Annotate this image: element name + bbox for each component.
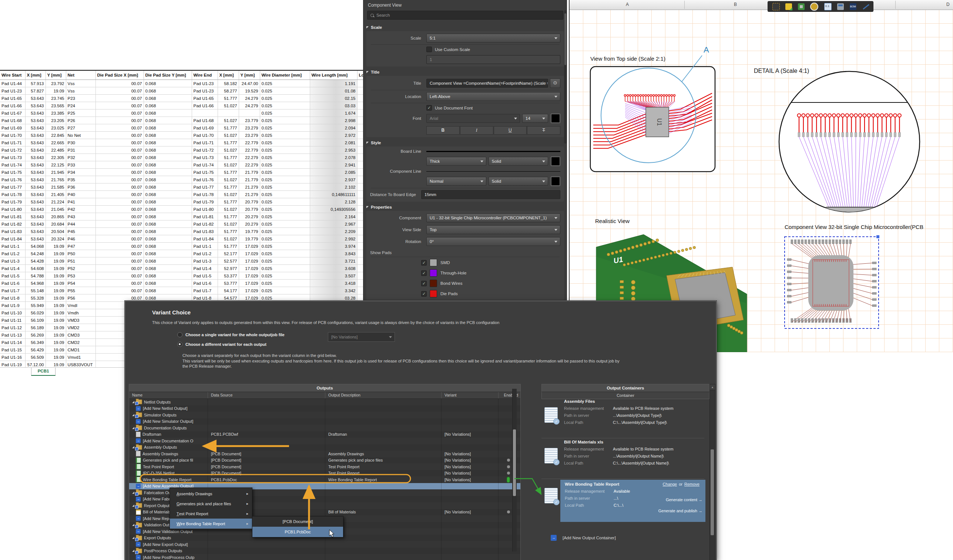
cell[interactable]: 20.279 <box>239 213 260 220</box>
cell[interactable]: 2.972 <box>310 131 357 139</box>
cell[interactable]: Pad U1-70 <box>0 131 25 139</box>
cell[interactable]: 21.045 <box>45 206 66 213</box>
cell[interactable]: P23 <box>66 95 95 102</box>
cell[interactable]: 0.068 <box>144 131 192 139</box>
cell[interactable]: 0.025 <box>260 206 310 213</box>
cell[interactable]: 54.608 <box>25 265 45 272</box>
title-input[interactable]: Component View =ComponentName(=Footprint… <box>426 79 548 88</box>
cell[interactable]: 00.07 <box>95 184 144 191</box>
cell[interactable]: Vss <box>66 80 95 87</box>
cell[interactable]: 0.025 <box>260 110 310 117</box>
cell[interactable]: 22.305 <box>45 154 66 161</box>
cell[interactable]: 53.643 <box>25 198 45 206</box>
table-header[interactable]: Wire Length [mm] <box>310 70 357 80</box>
submenu-item-pcb1-pcbdoc[interactable]: PCB1.PcbDoc <box>252 527 343 537</box>
cell[interactable]: 00.07 <box>95 272 144 280</box>
cell[interactable]: Pad U1-3 <box>192 257 217 265</box>
radio-single-variant[interactable]: Choose a single variant for the whole ou… <box>177 332 285 337</box>
cell[interactable]: 00.07 <box>95 228 144 235</box>
cell[interactable]: 51.027 <box>217 147 239 154</box>
pad-checkbox[interactable] <box>421 291 427 297</box>
cell[interactable]: 00.07 <box>95 117 144 124</box>
location-dropdown[interactable]: Left-Above <box>426 92 560 101</box>
cell[interactable]: 00.07 <box>95 235 144 243</box>
cell[interactable]: 19.09 <box>45 346 66 354</box>
cell[interactable]: Pad U1-65 <box>192 95 217 102</box>
cell[interactable]: 22.125 <box>45 161 66 169</box>
cell[interactable]: 51.777 <box>217 95 239 102</box>
table-header[interactable]: Wire Start <box>0 70 25 80</box>
col-name[interactable]: Name <box>129 392 208 398</box>
cell[interactable]: Pad U1-79 <box>0 198 25 206</box>
cell[interactable]: 21.224 <box>45 198 66 206</box>
cell[interactable]: 53.643 <box>25 95 45 102</box>
cell[interactable]: 56.029 <box>25 309 45 317</box>
cell[interactable]: Pad U1-70 <box>192 131 217 139</box>
cell[interactable]: 19.09 <box>45 265 66 272</box>
containers-scrollbar[interactable]: ▲ <box>709 384 716 560</box>
scale-dropdown[interactable]: 5:1 <box>426 34 560 43</box>
cell[interactable]: 2.078 <box>310 154 357 161</box>
menu-item-test-point-report[interactable]: Test Point Report▸ <box>170 509 252 518</box>
cell[interactable]: 0.025 <box>260 287 310 294</box>
cell[interactable]: 19.09 <box>45 317 66 324</box>
cell[interactable]: 00.07 <box>95 220 144 228</box>
cell[interactable]: 2.967 <box>310 220 357 228</box>
cell[interactable]: 3.507 <box>310 272 357 280</box>
cell[interactable]: 2.998 <box>310 117 357 124</box>
cell[interactable]: 22.485 <box>45 147 66 154</box>
cell[interactable]: 51.777 <box>217 213 239 220</box>
cell[interactable]: 1.674 <box>310 110 357 117</box>
cell[interactable]: 53.643 <box>25 154 45 161</box>
cell[interactable]: 58.277 <box>217 87 239 95</box>
cell[interactable]: 2.992 <box>310 235 357 243</box>
cell[interactable]: 53.643 <box>25 176 45 184</box>
cell[interactable]: 51.777 <box>217 228 239 235</box>
cell[interactable]: Pad U1-73 <box>0 154 25 161</box>
cell[interactable]: 02.15 <box>310 95 357 102</box>
cell[interactable]: 24.279 <box>239 95 260 102</box>
cell[interactable]: 0.025 <box>260 124 310 131</box>
table-header[interactable]: Wire Diameter [mm] <box>260 70 310 80</box>
cell[interactable]: 58.182 <box>217 80 239 87</box>
cell[interactable]: 19.09 <box>45 243 66 250</box>
cell[interactable]: 19.09 <box>45 257 66 265</box>
cell[interactable]: 0.025 <box>260 131 310 139</box>
cell[interactable]: 0.025 <box>260 169 310 176</box>
realistic-view-label[interactable]: Realistic View <box>595 218 630 224</box>
cell[interactable] <box>239 110 260 117</box>
cell[interactable]: Pad U1-68 <box>0 117 25 124</box>
cell[interactable]: 0.068 <box>144 87 192 95</box>
cell[interactable]: 0.025 <box>260 265 310 272</box>
cell[interactable]: 19.09 <box>45 309 66 317</box>
cell[interactable]: 51.027 <box>217 206 239 213</box>
output-row-draftsman[interactable]: DraftsmanPCB1.PCBDwfDraftsman[No Variati… <box>129 431 520 438</box>
cell[interactable]: Pad U1-81 <box>0 213 25 220</box>
cell[interactable]: Pad U1-4 <box>192 265 217 272</box>
cell[interactable]: 51.027 <box>217 220 239 228</box>
cell[interactable]: 56.189 <box>25 324 45 331</box>
cell[interactable]: 00.07 <box>95 265 144 272</box>
cell[interactable]: 0.025 <box>260 161 310 169</box>
cell[interactable]: CMD3 <box>66 331 95 339</box>
col-output-description[interactable]: Output Description <box>325 392 442 398</box>
cell[interactable]: 51.027 <box>217 161 239 169</box>
cell[interactable]: 0.025 <box>260 213 310 220</box>
cell[interactable]: 52.577 <box>217 257 239 265</box>
generate-content-link[interactable]: Generate content → <box>636 498 702 502</box>
cell[interactable]: 0.025 <box>260 191 310 198</box>
detail-view-icon[interactable] <box>810 3 818 11</box>
remove-link[interactable]: Remove <box>684 482 700 486</box>
table-header[interactable]: X [mm] <box>25 70 45 80</box>
cell[interactable]: Pad U1-73 <box>192 154 217 161</box>
output-row-wire-bonding-table-report[interactable]: Wire Bonding Table ReportPCB1.PcbDocWire… <box>129 476 520 483</box>
font-size-dropdown[interactable]: 14 <box>522 114 548 123</box>
cell[interactable]: P53 <box>66 272 95 280</box>
cell[interactable]: 52.977 <box>217 265 239 272</box>
cell[interactable]: 00.07 <box>95 257 144 265</box>
cell[interactable]: 21.585 <box>45 184 66 191</box>
cell[interactable]: P42 <box>66 206 95 213</box>
cell[interactable]: 00.07 <box>95 213 144 220</box>
cell[interactable]: Vss <box>66 87 95 95</box>
cell[interactable]: 53.643 <box>25 124 45 131</box>
